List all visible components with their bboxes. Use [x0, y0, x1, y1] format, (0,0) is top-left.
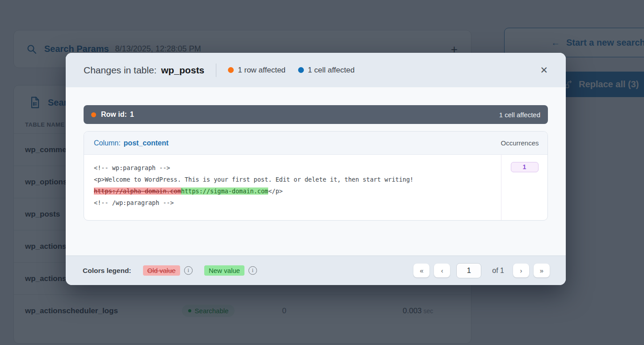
header-divider [216, 64, 216, 77]
column-card-header: Column: post_content Occurrences [84, 132, 547, 155]
row-id-bar: Row id: 1 1 cell affected [84, 105, 548, 124]
cells-affected-badge: 1 cell affected [298, 66, 355, 75]
row-affected-dot [228, 67, 234, 73]
first-page-button[interactable]: « [413, 264, 429, 277]
pagination: « ‹ of 1 › » [413, 263, 550, 278]
rows-affected-badge: 1 row affected [228, 66, 285, 75]
code-line: <!-- wp:paragraph --> [94, 164, 170, 171]
close-icon[interactable]: ✕ [540, 65, 548, 75]
modal-title: Changes in table: [84, 65, 156, 76]
row-dot [91, 112, 96, 117]
new-value-text: https://sigma-domain.com [181, 187, 268, 195]
legend-new-value: New value [204, 265, 244, 276]
colors-legend-label: Colors legend: [83, 267, 131, 275]
changes-modal: Changes in table: wp_posts 1 row affecte… [66, 53, 566, 285]
last-page-button[interactable]: » [534, 264, 550, 277]
modal-body: Row id: 1 1 cell affected Column: post_c… [66, 87, 566, 256]
page-count-label: of 1 [492, 267, 504, 275]
page-number-input[interactable] [456, 263, 481, 278]
row-id-label: Row id: [101, 111, 127, 119]
column-card-body: <!-- wp:paragraph --><p>Welcome to WordP… [84, 155, 547, 220]
row-cells-affected: 1 cell affected [499, 111, 540, 119]
cell-content-diff: <!-- wp:paragraph --><p>Welcome to WordP… [84, 155, 501, 220]
occurrence-count-badge: 1 [511, 162, 539, 172]
row-id-value: 1 [130, 111, 134, 119]
app-root: Search Params 8/13/2025, 12:28:05 PM + S… [0, 0, 644, 345]
column-name: post_content [124, 139, 168, 147]
column-label: Column: [94, 139, 121, 147]
info-icon[interactable]: i [248, 266, 257, 275]
code-line: <p>Welcome to WordPress. This is your fi… [94, 176, 413, 183]
column-change-card: Column: post_content Occurrences <!-- wp… [84, 131, 548, 221]
cell-affected-dot [298, 67, 304, 73]
prev-page-button[interactable]: ‹ [434, 264, 450, 277]
occurrences-header: Occurrences [492, 139, 547, 147]
old-value-text: https://alpha-domain.com [94, 187, 181, 195]
modal-footer: Colors legend: Old value i New value i «… [66, 256, 566, 285]
info-icon[interactable]: i [184, 266, 193, 275]
code-line: </p> [268, 187, 283, 195]
code-line: <!-- /wp:paragraph --> [94, 199, 174, 206]
modal-table-name: wp_posts [161, 65, 204, 76]
legend-old-value: Old value [143, 265, 180, 276]
next-page-button[interactable]: › [513, 264, 529, 277]
occurrences-column: 1 [501, 155, 547, 220]
modal-header: Changes in table: wp_posts 1 row affecte… [66, 53, 566, 87]
